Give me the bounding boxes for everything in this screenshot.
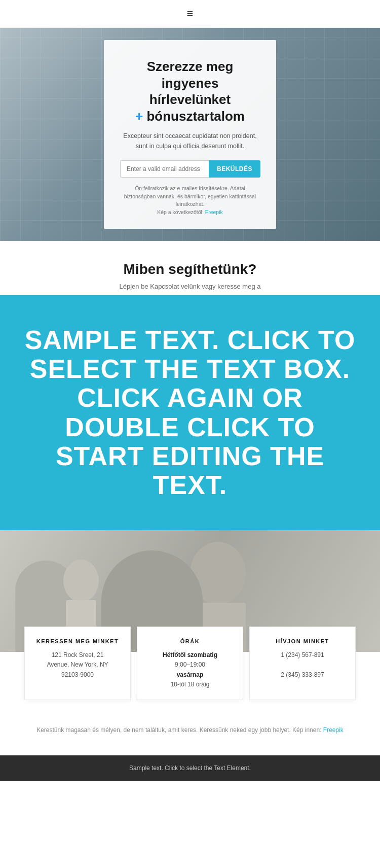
help-section: Miben segíthetünk? Lépjen be Kapcsolat v… (0, 241, 380, 295)
help-title: Miben segíthetünk? (10, 261, 370, 277)
email-input[interactable] (120, 160, 209, 178)
find-us-content: 121 Rock Sreet, 21 Avenue, New York, NY … (35, 650, 120, 680)
hero-description: Excepteur sint occaecat cupidatat non pr… (120, 131, 260, 151)
info-cards-container: KERESSEN MEG MINKET 121 Rock Sreet, 21 A… (0, 627, 380, 700)
hero-form: BEKÜLDÉS (120, 160, 260, 178)
hours-title: ÓRÁK (147, 638, 233, 644)
freepik-link[interactable]: Freepik (205, 209, 223, 215)
find-us-title: KERESSEN MEG MINKET (35, 638, 120, 644)
find-us-card: KERESSEN MEG MINKET 121 Rock Sreet, 21 A… (24, 627, 131, 700)
navbar: ≡ (0, 0, 380, 28)
hours-content: Hétfőtől szombatig 9:00–19:00 vasárnap 1… (147, 650, 233, 689)
help-subtitle: Lépjen be Kapcsolat velünk vagy keresse … (10, 283, 370, 290)
footer[interactable]: Sample text. Click to select the Text El… (0, 755, 380, 781)
hours-card: ÓRÁK Hétfőtől szombatig 9:00–19:00 vasár… (137, 627, 243, 700)
hero-title: Szerezze meg ingyenes hírlevelünket + bó… (120, 58, 260, 124)
hero-section: Szerezze meg ingyenes hírlevelünket + bó… (0, 28, 380, 241)
call-us-card: HÍVJON MINKET 1 (234) 567-891 2 (345) 33… (249, 627, 356, 700)
hamburger-icon[interactable]: ≡ (187, 7, 194, 20)
blue-section[interactable]: SAMPLE TEXT. CLICK TO SELECT THE TEXT BO… (0, 295, 380, 530)
call-us-title: HÍVJON MINKET (260, 638, 345, 644)
submit-button[interactable]: BEKÜLDÉS (209, 160, 260, 178)
bottom-freepik-link[interactable]: Freepik (323, 726, 344, 734)
call-us-content: 1 (234) 567-891 2 (345) 333-897 (260, 650, 345, 680)
footer-text: Sample text. Click to select the Text El… (129, 765, 251, 772)
hero-card: Szerezze meg ingyenes hírlevelünket + bó… (104, 40, 276, 229)
bottom-note: Kerestünk magasan és mélyen, de nem talá… (0, 700, 380, 745)
hero-fine-print: Ön feliratkozik az e-mailes frissítésekr… (120, 185, 260, 217)
blue-editable-text[interactable]: SAMPLE TEXT. CLICK TO SELECT THE TEXT BO… (20, 326, 360, 500)
